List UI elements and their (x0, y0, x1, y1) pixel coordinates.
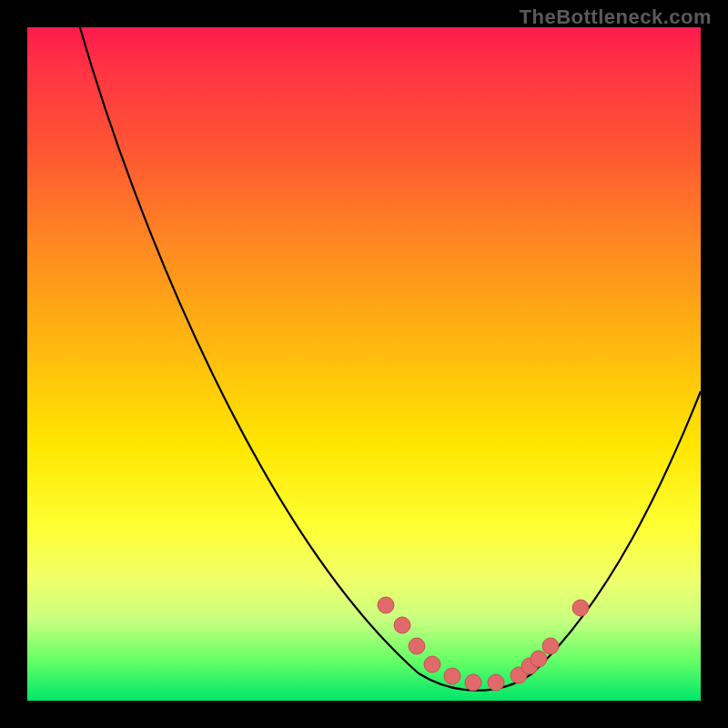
data-point (531, 651, 547, 667)
bottleneck-curve-svg (27, 27, 701, 701)
chart-plot-area (27, 27, 701, 701)
data-point (444, 668, 460, 684)
data-point (572, 600, 589, 616)
curve-line (77, 27, 701, 691)
data-point (488, 674, 504, 691)
data-point (542, 638, 559, 654)
data-point (465, 674, 481, 691)
data-point (409, 638, 425, 654)
data-point (424, 656, 440, 672)
data-point (394, 617, 410, 633)
data-points-group (378, 597, 589, 691)
data-point (378, 597, 394, 613)
watermark-label: TheBottleneck.com (520, 5, 712, 29)
